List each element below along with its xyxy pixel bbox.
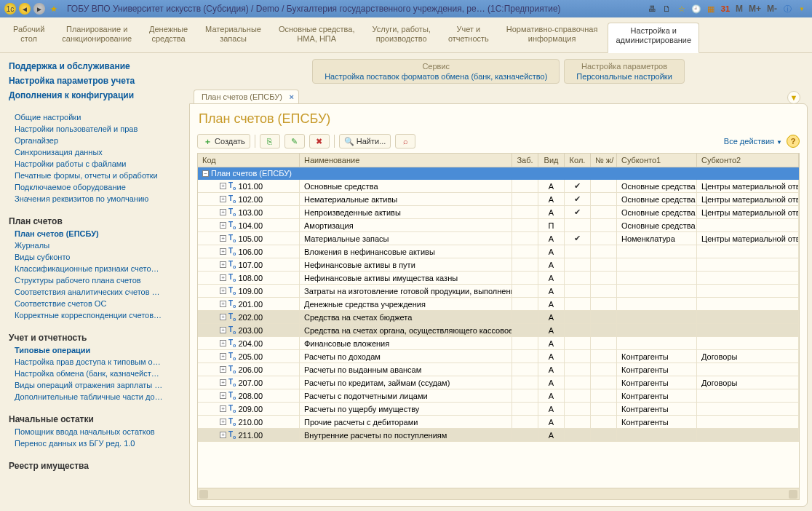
sidebar-link[interactable]: Виды операций отражения зарплаты … xyxy=(3,379,186,391)
grid-row[interactable]: + Тo 207.00Расчеты по кредитам, займам (… xyxy=(198,376,799,389)
topnav-item[interactable]: Учет иотчетность xyxy=(441,22,496,52)
sidebar-link[interactable]: Синхронизация данных xyxy=(3,146,186,158)
topnav-item[interactable]: Нормативно-справочнаяинформация xyxy=(499,22,605,52)
col-header-code[interactable]: Код xyxy=(198,154,300,167)
expand-icon[interactable]: + xyxy=(220,183,226,189)
close-tab-icon[interactable]: × xyxy=(289,92,293,101)
sidebar-link[interactable]: Структуры рабочего плана счетов xyxy=(3,274,186,286)
grid-row[interactable]: + Тo 201.00Денежные средства учрежденияА xyxy=(198,298,799,311)
info-icon[interactable]: ⓘ xyxy=(781,3,793,15)
sidebar-heading[interactable]: Настройка параметров учета xyxy=(3,74,186,88)
grid-row[interactable]: + Тo 105.00Материальные запасыА✔Номенкла… xyxy=(198,232,799,245)
grid-row[interactable]: + Тo 211.00Внутренние расчеты по поступл… xyxy=(198,429,799,442)
col-header-nzh[interactable]: № ж/ xyxy=(591,154,617,167)
print-icon[interactable]: 🖶 xyxy=(647,3,658,15)
sidebar-link[interactable]: Общие настройки xyxy=(3,111,186,123)
favorite-star-icon[interactable]: ★ xyxy=(48,3,60,15)
sidebar-heading[interactable]: Поддержка и обслуживание xyxy=(3,59,186,74)
expand-icon[interactable]: + xyxy=(220,274,226,281)
grid-row[interactable]: + Тo 209.00Расчеты по ущербу имуществуАК… xyxy=(198,403,799,416)
expand-icon[interactable]: + xyxy=(220,261,226,268)
grid-row[interactable]: + Тo 107.00Нефинансовые активы в путиА xyxy=(198,258,799,272)
grid-row[interactable]: + Тo 203.00Средства на счетах органа, ос… xyxy=(198,324,799,337)
grid-row[interactable]: + Тo 101.00Основные средстваА✔Основные с… xyxy=(198,180,799,193)
memory-m-button[interactable]: М xyxy=(734,4,744,14)
create-button[interactable]: ＋ Создать xyxy=(197,134,250,148)
topnav-item[interactable]: Услуги, работы,производство xyxy=(365,22,438,52)
expand-icon[interactable]: + xyxy=(220,353,226,360)
sidebar-link[interactable]: Настройки работы с файлами xyxy=(3,158,186,170)
sidebar-link[interactable]: Печатные формы, отчеты и обработки xyxy=(3,170,186,181)
expand-icon[interactable]: + xyxy=(220,340,226,346)
col-header-kol[interactable]: Кол. xyxy=(565,154,591,167)
document-tab[interactable]: План счетов (ЕПСБУ) × xyxy=(194,90,299,103)
edit-button[interactable]: ✎ xyxy=(284,134,305,148)
expand-icon[interactable]: + xyxy=(220,379,226,386)
print-preview-icon[interactable]: 🗋 xyxy=(661,3,673,15)
expand-icon[interactable]: + xyxy=(220,209,226,215)
grid-row[interactable]: + Тo 104.00АмортизацияПОсновные средства xyxy=(198,219,799,232)
topnav-item[interactable]: Основные средства,НМА, НПА xyxy=(271,22,362,52)
sidebar-link[interactable]: Классификационные признаки счето… xyxy=(3,263,186,274)
sidebar-link[interactable]: Подключаемое оборудование xyxy=(3,181,186,193)
memory-mplus-button[interactable]: М+ xyxy=(747,4,763,14)
expand-icon[interactable]: + xyxy=(220,222,226,229)
sidebar-link[interactable]: Настройки пользователей и прав xyxy=(3,123,186,135)
sidebar-link[interactable]: Соответствие счетов ОС xyxy=(3,298,186,309)
expand-icon[interactable]: + xyxy=(220,327,226,333)
memory-mminus-button[interactable]: М- xyxy=(765,4,779,14)
topnav-item[interactable]: Материальныезапасы xyxy=(198,22,268,52)
service-link-exchange[interactable]: Настройка поставок форматов обмена (банк… xyxy=(325,72,547,81)
grid-row[interactable]: + Тo 109.00Затраты на изготовление готов… xyxy=(198,285,799,298)
expand-icon[interactable]: + xyxy=(220,419,226,425)
col-header-name[interactable]: Наименование xyxy=(300,154,512,167)
expand-icon[interactable]: + xyxy=(220,301,226,307)
expand-icon[interactable]: + xyxy=(220,392,226,399)
col-header-zab[interactable]: Заб. xyxy=(512,154,538,167)
sidebar-link[interactable]: Журналы xyxy=(3,239,186,251)
help-button[interactable]: ? xyxy=(787,135,800,148)
expand-icon[interactable]: + xyxy=(220,248,226,255)
calculator-icon[interactable]: ▦ xyxy=(705,3,717,15)
service-link-personal[interactable]: Персональные настройки xyxy=(576,72,672,81)
col-header-subkonto1[interactable]: Субконто1 xyxy=(617,154,697,167)
expand-icon[interactable]: + xyxy=(220,314,226,320)
sidebar-link[interactable]: Значения реквизитов по умолчанию xyxy=(3,193,186,205)
calendar-icon[interactable]: 31 xyxy=(720,3,731,15)
sidebar-link[interactable]: Дополнительные табличные части до… xyxy=(3,391,186,403)
expand-icon[interactable]: + xyxy=(220,366,226,373)
topnav-item[interactable]: Настройка иадминистрирование xyxy=(608,23,699,53)
find-button[interactable]: 🔍 Найти... xyxy=(339,134,391,148)
horizontal-scrollbar[interactable] xyxy=(198,488,799,499)
history-icon[interactable]: 🕘 xyxy=(690,3,702,15)
grid-row[interactable]: + Тo 206.00Расчеты по выданным авансамАК… xyxy=(198,363,799,376)
nav-back-button[interactable]: ◄ xyxy=(19,3,31,15)
expand-icon[interactable]: + xyxy=(220,196,226,202)
grid-row[interactable]: + Тo 205.00Расчеты по доходамАКонтрагент… xyxy=(198,350,799,363)
grid-row[interactable]: + Тo 102.00Нематериальные активыА✔Основн… xyxy=(198,193,799,206)
expand-icon[interactable]: + xyxy=(220,405,226,412)
expand-icon[interactable]: + xyxy=(220,288,226,294)
grid-row[interactable]: + Тo 202.00Средства на счетах бюджетаА xyxy=(198,311,799,324)
grid-row[interactable]: + Тo 204.00Финансовые вложенияА xyxy=(198,337,799,350)
col-header-vid[interactable]: Вид xyxy=(538,154,565,167)
grid-row[interactable]: + Тo 208.00Расчеты с подотчетными лицами… xyxy=(198,389,799,403)
sidebar-link[interactable]: Помощник ввода начальных остатков xyxy=(3,426,186,437)
sidebar-heading[interactable]: Дополнения к конфигурации xyxy=(3,88,186,103)
collapse-panel-button[interactable]: ▼ xyxy=(787,91,800,104)
grid-row[interactable]: + Тo 103.00Непроизведенные активыА✔Основ… xyxy=(198,206,799,219)
sidebar-link[interactable]: Типовые операции xyxy=(3,344,186,356)
sidebar-link[interactable]: Корректные корреспонденции счетов… xyxy=(3,309,186,321)
topnav-item[interactable]: Денежныесредства xyxy=(142,22,195,52)
grid-row[interactable]: + Тo 210.00Прочие расчеты с дебиторамиАК… xyxy=(198,416,799,429)
topnav-item[interactable]: Планирование исанкционирование xyxy=(55,22,139,52)
sidebar-link[interactable]: Перенос данных из БГУ ред. 1.0 xyxy=(3,437,186,449)
sidebar-link[interactable]: План счетов (ЕПСБУ) xyxy=(3,228,186,239)
delete-button[interactable]: ✖ xyxy=(309,134,330,148)
expand-icon[interactable]: + xyxy=(220,432,226,438)
favorites-icon[interactable]: ☆ xyxy=(676,3,688,15)
sidebar-link[interactable]: Органайзер xyxy=(3,135,186,146)
grid-group-row[interactable]: − План счетов (ЕПСБУ) xyxy=(198,167,799,180)
all-actions-button[interactable]: Все действия ▼ xyxy=(724,137,782,146)
clear-find-button[interactable]: ⌕ xyxy=(395,134,415,148)
